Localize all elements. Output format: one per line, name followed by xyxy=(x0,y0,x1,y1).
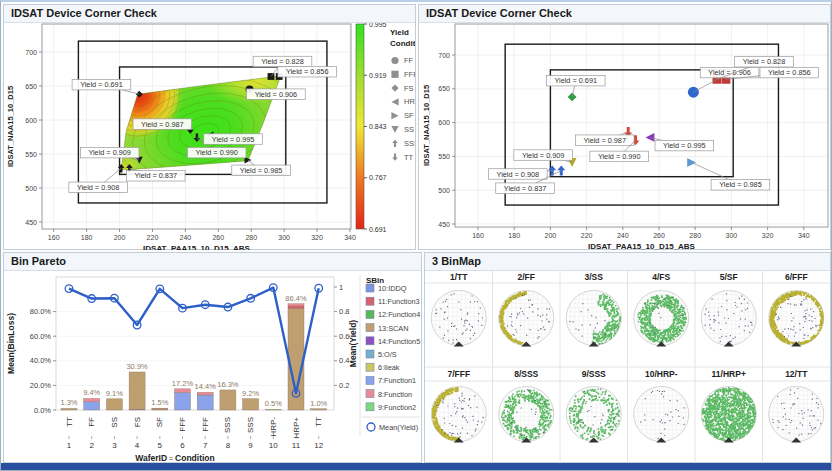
svg-text:Yield = 0.828: Yield = 0.828 xyxy=(261,57,304,66)
pareto-bar-wafer-10[interactable] xyxy=(265,409,281,410)
sbin-swatch-8:Function[interactable] xyxy=(366,390,374,398)
wafer-map-12/TT[interactable] xyxy=(769,387,824,443)
wafer-map-8/SSS[interactable] xyxy=(499,387,554,443)
wafer-id-label: 7 xyxy=(203,441,208,450)
svg-text:0.8: 0.8 xyxy=(339,307,349,316)
legend-marker-FF[interactable] xyxy=(391,57,398,64)
condition-label: HRP+ xyxy=(292,417,301,439)
legend-item-SF[interactable]: SF xyxy=(404,111,414,120)
sbin-label[interactable]: 6:Ileak xyxy=(378,363,400,372)
sbin-label[interactable]: 8:Function xyxy=(378,390,412,399)
sbin-swatch-7:Function1[interactable] xyxy=(366,376,374,384)
wafer-id-label: 5 xyxy=(158,441,163,450)
sbin-label[interactable]: 10:IDDQ xyxy=(378,284,407,293)
pareto-bar-wafer-6[interactable] xyxy=(175,389,191,410)
bar-value-label: 14.4% xyxy=(195,382,217,391)
sbin-label[interactable]: 5:O/S xyxy=(378,350,397,359)
sbin-swatch-5:O/S[interactable] xyxy=(366,350,374,358)
window-bottom-bar xyxy=(1,463,831,470)
wafer-map-4/FS[interactable] xyxy=(634,291,689,347)
wafer-label: 6/FFF xyxy=(785,272,808,282)
sbin-label[interactable]: 14:Function5 xyxy=(378,337,420,346)
mean-yield-legend-label[interactable]: Mean(Yield) xyxy=(379,423,418,432)
svg-text:Yield = 0.985: Yield = 0.985 xyxy=(719,180,762,189)
wafer-map-6/FFF[interactable] xyxy=(769,291,825,347)
svg-text:0.843: 0.843 xyxy=(369,123,387,130)
wafer-map-2/FF[interactable] xyxy=(499,291,554,347)
sbin-swatch-13:SCAN[interactable] xyxy=(366,324,374,332)
svg-text:60.0%: 60.0% xyxy=(30,332,52,341)
wafer-map-9/SSS[interactable] xyxy=(566,387,621,443)
legend-item-SSS[interactable]: SSS xyxy=(404,139,415,148)
pareto-bar-wafer-8[interactable] xyxy=(220,390,236,410)
pareto-bar-wafer-7[interactable] xyxy=(197,392,213,410)
wafer-id-label: 3 xyxy=(112,441,117,450)
sbin-swatch-6:Ileak[interactable] xyxy=(366,363,374,371)
pareto-bar-wafer-12[interactable] xyxy=(311,409,327,410)
svg-text:320: 320 xyxy=(311,234,323,241)
svg-text:700: 700 xyxy=(25,49,37,56)
legend-marker-FS[interactable] xyxy=(391,85,398,92)
corner-scatter-chart[interactable]: 1601802002202402602803003203404505005506… xyxy=(419,23,830,250)
legend-marker-SSS[interactable] xyxy=(392,140,398,147)
x-axis-label: WaferID = Condition xyxy=(135,453,214,463)
legend-title: Condition xyxy=(390,39,415,48)
panel-title-text: 3 BinMap xyxy=(432,255,481,267)
sbin-label[interactable]: 11:Function3 xyxy=(378,297,420,306)
svg-text:650: 650 xyxy=(438,85,450,92)
wafer-map-10/HRP-[interactable] xyxy=(634,387,689,443)
pareto-bar-wafer-9[interactable] xyxy=(243,399,259,410)
legend-marker-FFF[interactable] xyxy=(391,71,398,78)
wafer-map-1/TT[interactable] xyxy=(431,291,486,347)
legend-item-FF[interactable]: FF xyxy=(404,56,414,65)
pareto-bar-wafer-4[interactable] xyxy=(129,372,145,410)
condition-label: FFF xyxy=(178,417,187,432)
sbin-label[interactable]: 7:Function1 xyxy=(378,376,416,385)
sbin-swatch-10:IDDQ[interactable] xyxy=(366,284,374,292)
mean-yield-legend-marker[interactable] xyxy=(367,423,375,431)
wafer-map-7/FFF[interactable] xyxy=(431,387,486,444)
wafer-map-3/SS[interactable] xyxy=(566,291,621,347)
legend-marker-HRP-[interactable] xyxy=(391,98,398,105)
svg-text:0.919: 0.919 xyxy=(369,72,387,79)
legend-marker-SS[interactable] xyxy=(391,126,398,133)
sbin-swatch-12:Function4[interactable] xyxy=(366,310,374,318)
sbin-swatch-11:Function3[interactable] xyxy=(366,297,374,305)
legend-item-TT[interactable]: TT xyxy=(404,153,414,162)
yield-colorbar xyxy=(356,24,364,229)
svg-text:240: 240 xyxy=(617,232,629,239)
wafer-id-label: 6 xyxy=(180,441,185,450)
yield-point-SF[interactable] xyxy=(687,158,696,167)
svg-text:180: 180 xyxy=(508,232,520,239)
corner-contour-chart[interactable]: 1601802002202402602803003203404505005506… xyxy=(4,23,415,250)
yield-point-FFF[interactable] xyxy=(268,73,275,80)
bin-map-grid[interactable]: 1/TT2/FF3/SS4/FS5/SF6/FFF7/FFF8/SSS9/SSS… xyxy=(425,271,830,463)
svg-text:Yield = 0.828: Yield = 0.828 xyxy=(743,57,786,66)
bar-value-label: 86.4% xyxy=(285,294,307,303)
svg-text:180: 180 xyxy=(81,234,93,241)
wafer-map-11/HRP+[interactable] xyxy=(701,387,757,443)
sbin-swatch-9:Function2[interactable] xyxy=(366,403,374,411)
sbin-label[interactable]: 9:Function2 xyxy=(378,403,416,412)
sbin-label[interactable]: 13:SCAN xyxy=(378,324,408,333)
pareto-bar-wafer-2[interactable] xyxy=(84,398,100,410)
legend-item-HRP-[interactable]: HRP- xyxy=(404,97,415,106)
svg-text:20.0%: 20.0% xyxy=(30,381,52,390)
legend-marker-TT[interactable] xyxy=(392,154,398,161)
pareto-bar-wafer-5[interactable] xyxy=(152,408,168,410)
sbin-swatch-14:Function5[interactable] xyxy=(366,337,374,345)
pareto-bar-wafer-1[interactable] xyxy=(61,408,77,410)
wafer-id-label: 4 xyxy=(135,441,140,450)
legend-item-FFF[interactable]: FFF xyxy=(404,70,415,79)
legend-marker-SF[interactable] xyxy=(391,112,398,119)
wafer-map-5/SF[interactable] xyxy=(701,291,756,347)
yield-point-HRP-[interactable] xyxy=(646,133,655,142)
bin-pareto-chart[interactable]: 0.0%20.0%40.0%60.0%80.0%0.20.40.60.811.3… xyxy=(4,271,421,463)
legend-item-SS[interactable]: SS xyxy=(404,125,414,134)
pareto-bar-wafer-3[interactable] xyxy=(106,399,122,410)
legend-item-FS[interactable]: FS xyxy=(404,84,414,93)
svg-text:Yield = 0.856: Yield = 0.856 xyxy=(768,68,811,77)
svg-text:Yield = 0.691: Yield = 0.691 xyxy=(554,76,597,85)
sbin-label[interactable]: 12:Function4 xyxy=(378,310,420,319)
yield-point-SSS[interactable] xyxy=(557,166,565,176)
